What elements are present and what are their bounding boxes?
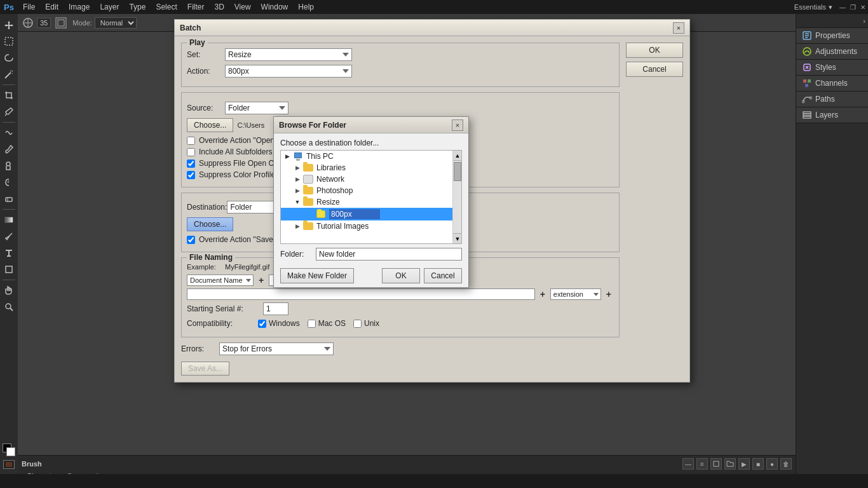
suppress-color-checkbox[interactable] (187, 171, 195, 179)
brush-play[interactable]: ▶ (738, 458, 750, 470)
menu-view[interactable]: View (229, 0, 256, 14)
tool-icon (22, 17, 34, 29)
left-toolbar (0, 14, 18, 474)
browse-ok-button[interactable]: OK (382, 268, 420, 283)
mode-select[interactable]: Normal (95, 17, 137, 29)
menu-type[interactable]: Type (124, 0, 151, 14)
svg-line-16 (10, 308, 13, 311)
tool-move[interactable] (1, 17, 17, 32)
tool-crop[interactable] (1, 88, 17, 103)
brush-new[interactable] (710, 458, 722, 470)
menu-3d[interactable]: 3D (209, 0, 229, 14)
folder-input[interactable] (316, 248, 462, 261)
tool-stamp[interactable] (1, 158, 17, 173)
brush-minimize[interactable]: — (682, 458, 694, 470)
tree-tutorial-images[interactable]: ▶ Tutorial Images (281, 220, 461, 232)
naming-field-1[interactable] (187, 288, 535, 300)
serial-input[interactable] (263, 302, 288, 315)
brush-stop[interactable]: ■ (752, 458, 764, 470)
tree-800px[interactable]: ▶ (281, 208, 461, 220)
tool-hand[interactable] (1, 283, 17, 298)
menu-select[interactable]: Select (151, 0, 182, 14)
restore-button[interactable]: ❐ (848, 3, 857, 11)
naming-select-3[interactable]: extension (550, 288, 601, 300)
serial-label: Starting Serial #: (187, 304, 263, 313)
quick-mask[interactable] (3, 460, 15, 469)
menu-file[interactable]: File (18, 0, 40, 14)
browse-close-button[interactable]: × (452, 119, 463, 131)
essentials-dropdown[interactable]: ▾ (829, 3, 832, 11)
mac-checkbox[interactable] (308, 320, 316, 328)
tool-brush[interactable] (1, 142, 17, 157)
menu-help[interactable]: Help (293, 0, 319, 14)
close-button[interactable]: ✕ (858, 3, 867, 11)
svg-line-7 (10, 71, 11, 71)
windows-checkbox[interactable] (258, 320, 266, 328)
panel-layers[interactable]: Layers (796, 107, 868, 123)
batch-sidebar: OK Cancel (626, 43, 683, 376)
cancel-button[interactable]: Cancel (626, 62, 683, 77)
tool-shape[interactable] (1, 262, 17, 277)
minimize-button[interactable]: — (838, 3, 847, 11)
panel-styles[interactable]: Styles (796, 60, 868, 76)
panel-adjustments[interactable]: Adjustments (796, 44, 868, 60)
include-subfolders-checkbox[interactable] (187, 148, 195, 156)
save-as-button[interactable]: Save As... (181, 362, 229, 376)
tool-eyedropper[interactable] (1, 104, 17, 119)
panel-properties[interactable]: Properties (796, 28, 868, 44)
tool-gradient[interactable] (1, 212, 17, 227)
tree-resize[interactable]: ▼ Resize (281, 196, 461, 208)
tree-libraries[interactable]: ▶ Libraries (281, 162, 461, 173)
naming-plus-1[interactable]: + (256, 275, 266, 285)
naming-plus-3[interactable]: + (538, 289, 548, 299)
browse-cancel-button[interactable]: Cancel (424, 268, 462, 283)
tool-heal[interactable] (1, 125, 17, 140)
batch-close-button[interactable]: × (673, 22, 684, 34)
tree-800px-input[interactable] (329, 209, 380, 219)
dest-choose-button[interactable]: Choose... (187, 217, 233, 231)
foreground-color[interactable] (3, 444, 15, 456)
override-open-checkbox[interactable] (187, 137, 195, 145)
scroll-up-button[interactable]: ▲ (453, 151, 462, 161)
naming-select-1[interactable]: Document Name (187, 274, 254, 286)
browse-dialog: Browse For Folder × Choose a destination… (273, 116, 469, 288)
tree-scrollbar[interactable]: ▲ ▼ (452, 151, 461, 243)
menu-edit[interactable]: Edit (40, 0, 64, 14)
scroll-thumb[interactable] (454, 162, 461, 181)
set-select[interactable]: Resize (225, 48, 352, 61)
tool-pen[interactable] (1, 229, 17, 244)
tool-eraser[interactable] (1, 191, 17, 207)
brush-folder[interactable] (724, 458, 736, 470)
naming-plus-4[interactable]: + (604, 289, 614, 299)
source-select[interactable]: Folder (225, 102, 288, 114)
menu-filter[interactable]: Filter (182, 0, 210, 14)
make-new-folder-button[interactable]: Make New Folder (280, 268, 354, 283)
panel-channels[interactable]: Channels (796, 76, 868, 92)
menu-layer[interactable]: Layer (95, 0, 124, 14)
tool-marquee[interactable] (1, 34, 17, 49)
brush-settings[interactable]: ≡ (696, 458, 708, 470)
tool-zoom[interactable] (1, 299, 17, 315)
unix-checkbox[interactable] (353, 320, 362, 328)
tool-history-brush[interactable] (1, 175, 17, 190)
tool-text[interactable] (1, 245, 17, 261)
tool-lasso[interactable] (1, 50, 17, 65)
menu-window[interactable]: Window (256, 0, 294, 14)
svg-point-21 (803, 48, 811, 55)
brush-record[interactable]: ● (766, 458, 778, 470)
action-select[interactable]: 800px (225, 65, 352, 78)
mode-label: Mode: (72, 19, 92, 27)
tool-magic-wand[interactable] (1, 67, 17, 82)
suppress-open-checkbox[interactable] (187, 159, 195, 168)
brush-delete[interactable]: 🗑 (780, 458, 792, 470)
source-choose-button[interactable]: Choose... (187, 118, 233, 132)
ok-button[interactable]: OK (626, 43, 683, 58)
errors-select[interactable]: Stop for Errors (219, 342, 334, 355)
menu-image[interactable]: Image (64, 0, 95, 14)
scroll-down-button[interactable]: ▼ (453, 233, 462, 243)
override-save-checkbox[interactable] (187, 236, 195, 244)
tree-network[interactable]: ▶ Network (281, 173, 461, 185)
tree-photoshop[interactable]: ▶ Photoshop (281, 185, 461, 196)
panel-paths[interactable]: Paths (796, 92, 868, 107)
tree-this-pc[interactable]: ▶ This PC (281, 151, 461, 162)
